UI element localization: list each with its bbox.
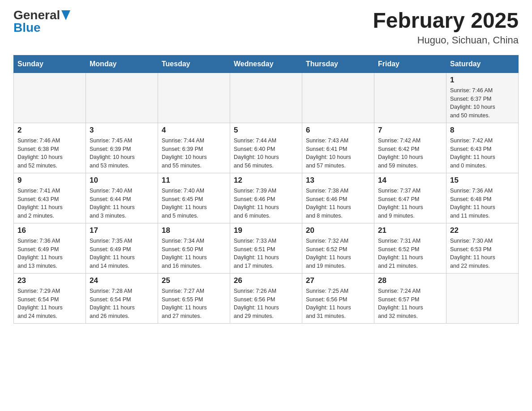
day-info: Sunrise: 7:25 AM Sunset: 6:56 PM Dayligh… [306,287,370,321]
logo-arrow-icon [61,10,70,20]
day-cell: 25Sunrise: 7:27 AM Sunset: 6:55 PM Dayli… [158,273,230,323]
calendar-header-row: SundayMondayTuesdayWednesdayThursdayFrid… [14,55,519,73]
day-cell: 28Sunrise: 7:24 AM Sunset: 6:57 PM Dayli… [374,273,446,323]
day-cell [374,73,446,123]
day-cell: 9Sunrise: 7:41 AM Sunset: 6:43 PM Daylig… [14,173,86,223]
day-cell: 23Sunrise: 7:29 AM Sunset: 6:54 PM Dayli… [14,273,86,323]
day-number: 7 [378,126,442,135]
column-header-monday: Monday [86,55,158,73]
svg-marker-0 [61,10,70,20]
day-number: 13 [306,176,370,185]
day-number: 1 [450,76,515,85]
day-number: 15 [450,176,515,185]
day-cell: 7Sunrise: 7:42 AM Sunset: 6:42 PM Daylig… [374,123,446,173]
day-cell: 27Sunrise: 7:25 AM Sunset: 6:56 PM Dayli… [302,273,374,323]
day-cell: 26Sunrise: 7:26 AM Sunset: 6:56 PM Dayli… [230,273,302,323]
day-number: 25 [162,276,226,285]
week-row-4: 16Sunrise: 7:36 AM Sunset: 6:49 PM Dayli… [14,223,519,273]
location: Huguo, Sichuan, China [373,34,519,46]
day-cell: 22Sunrise: 7:30 AM Sunset: 6:53 PM Dayli… [446,223,519,273]
day-number: 26 [234,276,298,285]
column-header-wednesday: Wednesday [230,55,302,73]
day-cell: 13Sunrise: 7:38 AM Sunset: 6:46 PM Dayli… [302,173,374,223]
day-cell: 1Sunrise: 7:46 AM Sunset: 6:37 PM Daylig… [446,73,519,123]
day-number: 17 [90,226,154,235]
day-info: Sunrise: 7:31 AM Sunset: 6:52 PM Dayligh… [378,237,442,270]
day-info: Sunrise: 7:28 AM Sunset: 6:54 PM Dayligh… [90,287,154,321]
day-info: Sunrise: 7:30 AM Sunset: 6:53 PM Dayligh… [450,237,515,270]
day-cell: 2Sunrise: 7:46 AM Sunset: 6:38 PM Daylig… [14,123,86,173]
day-cell: 11Sunrise: 7:40 AM Sunset: 6:45 PM Dayli… [158,173,230,223]
day-number: 20 [306,226,370,235]
day-cell: 14Sunrise: 7:37 AM Sunset: 6:47 PM Dayli… [374,173,446,223]
logo: General Blue [13,9,70,34]
day-cell: 4Sunrise: 7:44 AM Sunset: 6:39 PM Daylig… [158,123,230,173]
day-number: 8 [450,126,515,135]
day-number: 28 [378,276,442,285]
page-header: General Blue February 2025 Huguo, Sichua… [13,9,519,46]
day-cell: 12Sunrise: 7:39 AM Sunset: 6:46 PM Dayli… [230,173,302,223]
day-number: 14 [378,176,442,185]
day-info: Sunrise: 7:36 AM Sunset: 6:48 PM Dayligh… [450,187,515,220]
week-row-1: 1Sunrise: 7:46 AM Sunset: 6:37 PM Daylig… [14,73,519,123]
day-number: 9 [17,176,82,185]
day-info: Sunrise: 7:44 AM Sunset: 6:39 PM Dayligh… [162,137,226,170]
day-cell [230,73,302,123]
day-number: 16 [17,226,82,235]
day-info: Sunrise: 7:34 AM Sunset: 6:50 PM Dayligh… [162,237,226,270]
day-info: Sunrise: 7:26 AM Sunset: 6:56 PM Dayligh… [234,287,298,321]
day-number: 22 [450,226,515,235]
day-number: 4 [162,126,226,135]
day-info: Sunrise: 7:41 AM Sunset: 6:43 PM Dayligh… [17,187,82,220]
day-number: 27 [306,276,370,285]
logo-blue-text: Blue [13,21,41,34]
week-row-5: 23Sunrise: 7:29 AM Sunset: 6:54 PM Dayli… [14,273,519,323]
day-number: 12 [234,176,298,185]
calendar-title: February 2025 [373,9,519,33]
day-cell: 15Sunrise: 7:36 AM Sunset: 6:48 PM Dayli… [446,173,519,223]
column-header-tuesday: Tuesday [158,55,230,73]
week-row-3: 9Sunrise: 7:41 AM Sunset: 6:43 PM Daylig… [14,173,519,223]
day-cell: 16Sunrise: 7:36 AM Sunset: 6:49 PM Dayli… [14,223,86,273]
column-header-friday: Friday [374,55,446,73]
day-number: 10 [90,176,154,185]
day-number: 3 [90,126,154,135]
day-cell: 5Sunrise: 7:44 AM Sunset: 6:40 PM Daylig… [230,123,302,173]
day-info: Sunrise: 7:40 AM Sunset: 6:44 PM Dayligh… [90,187,154,220]
day-cell: 3Sunrise: 7:45 AM Sunset: 6:39 PM Daylig… [86,123,158,173]
day-info: Sunrise: 7:42 AM Sunset: 6:42 PM Dayligh… [378,137,442,170]
calendar-table: SundayMondayTuesdayWednesdayThursdayFrid… [13,55,519,324]
day-cell: 21Sunrise: 7:31 AM Sunset: 6:52 PM Dayli… [374,223,446,273]
column-header-saturday: Saturday [446,55,519,73]
day-cell: 24Sunrise: 7:28 AM Sunset: 6:54 PM Dayli… [86,273,158,323]
column-header-thursday: Thursday [302,55,374,73]
day-cell: 17Sunrise: 7:35 AM Sunset: 6:49 PM Dayli… [86,223,158,273]
day-number: 5 [234,126,298,135]
logo-general-text: General [13,9,60,21]
day-cell: 20Sunrise: 7:32 AM Sunset: 6:52 PM Dayli… [302,223,374,273]
day-number: 23 [17,276,82,285]
day-info: Sunrise: 7:38 AM Sunset: 6:46 PM Dayligh… [306,187,370,220]
day-number: 24 [90,276,154,285]
day-info: Sunrise: 7:29 AM Sunset: 6:54 PM Dayligh… [17,287,82,321]
day-info: Sunrise: 7:45 AM Sunset: 6:39 PM Dayligh… [90,137,154,170]
day-info: Sunrise: 7:35 AM Sunset: 6:49 PM Dayligh… [90,237,154,270]
day-number: 19 [234,226,298,235]
day-number: 2 [17,126,82,135]
day-cell [86,73,158,123]
day-info: Sunrise: 7:39 AM Sunset: 6:46 PM Dayligh… [234,187,298,220]
day-info: Sunrise: 7:46 AM Sunset: 6:38 PM Dayligh… [17,137,82,170]
day-cell: 8Sunrise: 7:42 AM Sunset: 6:43 PM Daylig… [446,123,519,173]
day-cell [302,73,374,123]
day-cell [446,273,519,323]
day-number: 11 [162,176,226,185]
day-info: Sunrise: 7:44 AM Sunset: 6:40 PM Dayligh… [234,137,298,170]
day-cell: 19Sunrise: 7:33 AM Sunset: 6:51 PM Dayli… [230,223,302,273]
column-header-sunday: Sunday [14,55,86,73]
title-block: February 2025 Huguo, Sichuan, China [373,9,519,46]
day-cell: 10Sunrise: 7:40 AM Sunset: 6:44 PM Dayli… [86,173,158,223]
day-cell [158,73,230,123]
day-cell [14,73,86,123]
day-info: Sunrise: 7:37 AM Sunset: 6:47 PM Dayligh… [378,187,442,220]
day-info: Sunrise: 7:24 AM Sunset: 6:57 PM Dayligh… [378,287,442,321]
